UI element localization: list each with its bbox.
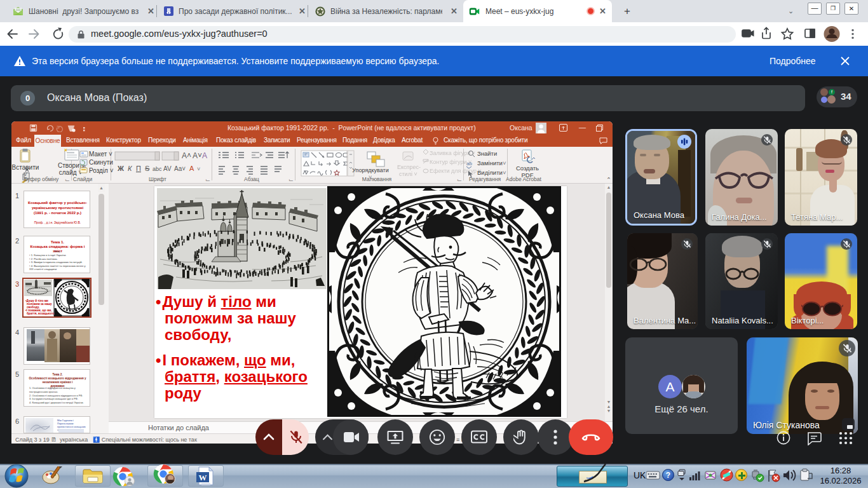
svg-text:Макет ˅: Макет ˅ — [89, 151, 112, 158]
svg-text:Скинути: Скинути — [89, 159, 113, 166]
svg-text:К: К — [128, 165, 132, 172]
svg-text:AV: AV — [163, 165, 172, 172]
svg-text:Контур фігури ˅: Контур фігури ˅ — [430, 159, 471, 165]
svg-text:Знайти: Знайти — [477, 150, 497, 157]
svg-text:˅: ˅ — [503, 169, 506, 176]
svg-text:⌙: ⌙ — [457, 176, 462, 183]
svg-text:Adobe Acrobat: Adobe Acrobat — [506, 176, 541, 182]
svg-text:Замінити: Замінити — [477, 159, 503, 166]
svg-text:Слайди: Слайди — [73, 176, 93, 182]
svg-text:⌙: ⌙ — [288, 176, 294, 183]
svg-text:˅: ˅ — [503, 159, 506, 166]
svg-text:⌙: ⌙ — [205, 176, 210, 183]
svg-text:Вставити: Вставити — [12, 164, 39, 171]
svg-text:A˄: A˄ — [182, 151, 191, 160]
svg-text:Редагування: Редагування — [469, 176, 501, 182]
svg-text:Експрес-: Експрес- — [397, 164, 421, 170]
svg-text:слайд ˅: слайд ˅ — [59, 169, 83, 176]
svg-text:Малювання: Малювання — [362, 176, 392, 182]
svg-text:⌙: ⌙ — [65, 176, 70, 183]
svg-text:⌃: ⌃ — [606, 176, 611, 183]
svg-text:стилі ˅: стилі ˅ — [399, 171, 417, 177]
svg-text:abc: abc — [153, 166, 162, 172]
svg-text:Абзац: Абзац — [244, 176, 259, 182]
svg-text:W: W — [199, 473, 207, 482]
svg-text:S: S — [145, 165, 149, 172]
svg-text:Розділ ˅: Розділ ˅ — [89, 167, 114, 174]
svg-text:Упорядкувати: Упорядкувати — [352, 167, 388, 173]
svg-text:Ж: Ж — [117, 165, 124, 172]
svg-text:ab: ab — [466, 161, 472, 166]
svg-text:Шрифт: Шрифт — [149, 176, 166, 182]
svg-text:A: A — [202, 151, 207, 160]
svg-text:Виділити: Виділити — [477, 169, 503, 176]
svg-text:Ефекти для фігур ˅: Ефекти для фігур ˅ — [430, 168, 482, 174]
svg-text:П: П — [136, 165, 141, 172]
svg-text:Буфер обміну: Буфер обміну — [24, 176, 59, 182]
svg-text:A: A — [189, 165, 194, 172]
svg-text:Aa˅: Aa˅ — [174, 165, 186, 172]
svg-text:˅: ˅ — [197, 166, 200, 172]
svg-text:Создать: Создать — [516, 165, 539, 172]
svg-text:A˅: A˅ — [193, 151, 202, 160]
svg-text:браття, козацького: браття, козацького — [27, 311, 54, 315]
